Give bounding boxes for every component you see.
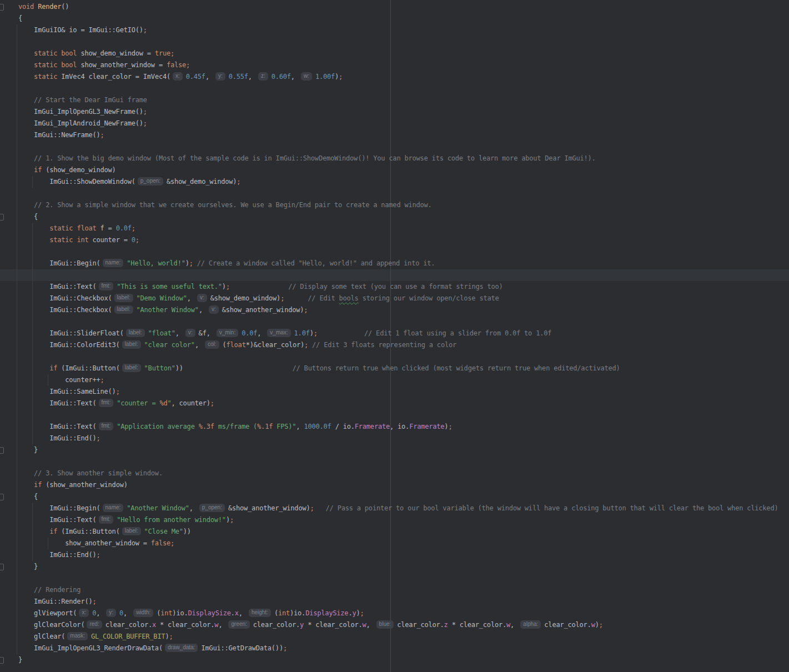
code-token-semi: ;	[339, 73, 343, 81]
code-token-semi: ;	[143, 119, 147, 127]
code-line-48[interactable]: ImGui::End();	[0, 549, 778, 561]
code-token-semi: ;	[135, 236, 139, 244]
code-token-pl: glClearColor(	[18, 621, 84, 629]
code-line-9[interactable]: // Start the Dear ImGui frame	[0, 94, 778, 106]
code-line-43[interactable]: {	[0, 491, 778, 503]
code-token-pl: clear_color.	[105, 621, 152, 629]
code-line-3[interactable]: ImGuiIO& io = ImGui::GetIO();	[0, 24, 778, 36]
code-line-40[interactable]	[0, 456, 778, 468]
code-line-42[interactable]: if (show_another_window)	[0, 479, 778, 491]
code-line-32[interactable]: if (ImGui::Button(label:"Button")) // Bu…	[0, 363, 778, 374]
code-token-semi: ;	[92, 598, 96, 605]
code-line-56[interactable]: ImGui_ImplOpenGL3_RenderDrawData(draw_da…	[0, 643, 778, 654]
code-line-52[interactable]: ImGui::Render();	[0, 596, 778, 608]
code-line-18[interactable]: // 2. Show a simple window that we creat…	[0, 199, 778, 211]
code-token-pl: ImGui::GetDrawData())	[201, 644, 283, 652]
code-line-16[interactable]: ImGui::ShowDemoWindow(p_open:&show_demo_…	[0, 176, 778, 188]
code-area[interactable]: void Render(){ ImGuiIO& io = ImGui::GetI…	[0, 1, 778, 672]
code-line-30[interactable]: ImGui::ColorEdit3(label:"clear color", c…	[0, 339, 778, 351]
code-token-cm: // Display some text (you can use a form…	[230, 283, 503, 290]
code-token-semi: ;	[210, 399, 214, 407]
code-line-15[interactable]: if (show_demo_window)	[0, 164, 778, 176]
inlay-hint-chip: label:	[126, 329, 145, 337]
code-line-33[interactable]: counter++;	[0, 374, 778, 386]
inlay-hint-chip: label:	[114, 305, 133, 314]
code-token-pl: )	[185, 259, 189, 267]
code-token-str: "	[168, 399, 172, 407]
code-token-semi: ;	[186, 61, 190, 69]
code-token-pl: ,	[195, 341, 203, 349]
code-line-12[interactable]: ImGui::NewFrame();	[0, 129, 778, 141]
code-line-39[interactable]: }	[0, 444, 778, 456]
code-line-1[interactable]: void Render()	[0, 1, 778, 13]
inlay-hint-chip: red:	[87, 620, 102, 629]
inlay-hint-chip: p_open:	[138, 177, 163, 185]
code-line-10[interactable]: ImGui_ImplOpenGL3_NewFrame();	[0, 106, 778, 118]
code-line-58[interactable]	[0, 666, 778, 672]
code-line-53[interactable]: glViewport(x:0, y:0, width:(int)io.Displ…	[0, 608, 778, 619]
code-line-8[interactable]	[0, 83, 778, 94]
code-line-47[interactable]: show_another_window = false;	[0, 538, 778, 549]
code-line-35[interactable]: ImGui::Text(fmt:"counter = %d", counter)…	[0, 398, 778, 409]
code-line-14[interactable]: // 1. Show the big demo window (Most of …	[0, 153, 778, 164]
code-token-pl: {	[18, 493, 38, 500]
code-token-pl: ,	[175, 329, 183, 337]
inlay-hint-chip: fmt:	[99, 282, 114, 290]
code-line-27[interactable]: ImGui::Checkbox(label:"Another Window", …	[0, 304, 778, 316]
code-line-23[interactable]: ImGui::Begin(name:"Hello, world!"); // C…	[0, 258, 778, 269]
code-line-2[interactable]: {	[0, 13, 778, 24]
code-line-22[interactable]	[0, 246, 778, 258]
code-line-44[interactable]: ImGui::Begin(name:"Another Window", p_op…	[0, 503, 778, 514]
code-token-semi: ;	[314, 329, 318, 337]
code-line-19[interactable]: {	[0, 211, 778, 223]
code-line-31[interactable]	[0, 351, 778, 363]
code-token-num: 0.60f	[272, 73, 291, 81]
code-token-fn: Render	[38, 3, 61, 11]
code-line-13[interactable]	[0, 141, 778, 153]
inlay-hint-chip: v_min:	[217, 329, 238, 337]
code-token-pl: f =	[97, 224, 116, 232]
code-token-pl: ImGui::End()	[18, 551, 97, 559]
code-line-11[interactable]: ImGui_ImplAndroid_NewFrame();	[0, 118, 778, 129]
code-line-51[interactable]: // Rendering	[0, 584, 778, 596]
code-token-cm: // 3. Show another simple window.	[18, 469, 163, 477]
code-line-17[interactable]	[0, 188, 778, 199]
code-line-41[interactable]: // 3. Show another simple window.	[0, 468, 778, 479]
code-line-55[interactable]: glClear(mask:GL_COLOR_BUFFER_BIT);	[0, 631, 778, 643]
code-line-7[interactable]: static ImVec4 clear_color = ImVec4(x:0.4…	[0, 71, 778, 83]
code-token-pl: clear_color.	[397, 621, 444, 629]
code-line-36[interactable]	[0, 409, 778, 421]
code-token-num: 0.0f	[116, 224, 132, 232]
code-line-24[interactable]	[0, 269, 778, 281]
code-token-cm: // Edit	[284, 294, 339, 302]
code-token-pl: )	[595, 621, 599, 629]
code-token-pl	[18, 236, 49, 244]
code-line-6[interactable]: static bool show_another_window = false;	[0, 59, 778, 71]
code-line-21[interactable]: static int counter = 0;	[0, 234, 778, 246]
code-line-50[interactable]	[0, 573, 778, 584]
code-line-49[interactable]: }	[0, 561, 778, 573]
inlay-hint-chip: draw_data:	[165, 644, 198, 652]
code-token-pl	[18, 49, 34, 57]
code-line-5[interactable]: static bool show_demo_window = true;	[0, 48, 778, 59]
code-line-54[interactable]: glClearColor(red:clear_color.x * clear_c…	[0, 619, 778, 631]
code-token-pl: ImGuiIO& io = ImGui::GetIO()	[18, 26, 143, 34]
ide-code-editor[interactable]: void Render(){ ImGuiIO& io = ImGui::GetI…	[0, 0, 789, 672]
code-line-25[interactable]: ImGui::Text(fmt:"This is some useful tex…	[0, 281, 778, 293]
code-line-38[interactable]: ImGui::End();	[0, 433, 778, 444]
code-line-26[interactable]: ImGui::Checkbox(label:"Demo Window", v:&…	[0, 293, 778, 304]
code-line-4[interactable]	[0, 36, 778, 48]
code-token-kw: if	[49, 528, 57, 535]
code-line-29[interactable]: ImGui::SliderFloat(label:"float", v:&f, …	[0, 328, 778, 339]
code-line-45[interactable]: ImGui::Text(fmt:"Hello from another wind…	[0, 514, 778, 526]
code-token-pl: )	[335, 73, 339, 81]
code-token-cmt: bools	[339, 294, 359, 302]
code-line-20[interactable]: static float f = 0.0f;	[0, 223, 778, 234]
code-line-37[interactable]: ImGui::Text(fmt:"Application average %.3…	[0, 421, 778, 433]
code-line-46[interactable]: if (ImGui::Button(label:"Close Me"))	[0, 526, 778, 538]
code-line-34[interactable]: ImGui::SameLine();	[0, 386, 778, 398]
code-line-57[interactable]: }	[0, 654, 778, 666]
code-token-pl: show_demo_window =	[77, 49, 155, 57]
code-line-28[interactable]	[0, 316, 778, 328]
inlay-hint-chip: w:	[301, 72, 312, 81]
